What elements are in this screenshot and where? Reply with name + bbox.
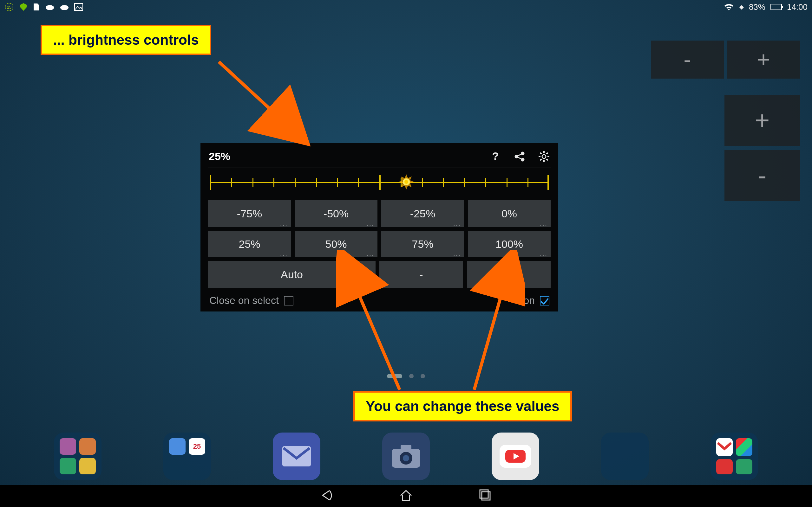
share-icon[interactable] <box>514 151 525 162</box>
dock-camera-icon[interactable] <box>382 433 430 480</box>
page-dot <box>420 374 425 378</box>
svg-line-26 <box>540 159 542 160</box>
svg-point-4 <box>60 5 68 10</box>
icon-checkbox[interactable] <box>540 296 549 305</box>
widget-plus-large-button[interactable]: + <box>724 95 800 146</box>
dock-youtube-icon[interactable] <box>492 433 539 480</box>
annotation-arrow-icon <box>212 59 314 147</box>
dock-mail-icon[interactable] <box>273 433 320 480</box>
sun-thumb-icon[interactable] <box>397 173 415 192</box>
svg-line-23 <box>540 153 542 154</box>
widget-minus-large-button[interactable]: - <box>724 150 800 201</box>
current-brightness-label: 25% <box>209 150 230 163</box>
widget-plus-button[interactable]: + <box>727 41 800 78</box>
annotation-arrow-icon <box>336 250 406 393</box>
brightness-slider[interactable] <box>210 174 549 191</box>
cloud-icon <box>45 3 55 10</box>
widget-minus-button[interactable]: - <box>651 41 724 78</box>
gear-icon[interactable] <box>538 151 550 163</box>
battery-icon <box>770 4 782 10</box>
preset-button[interactable]: 0%... <box>468 200 551 227</box>
dock-folder[interactable] <box>54 433 101 480</box>
preset-button[interactable]: -25%... <box>381 200 464 227</box>
svg-point-15 <box>521 158 524 161</box>
svg-point-3 <box>46 5 54 10</box>
cloud-icon <box>60 3 69 10</box>
svg-line-11 <box>474 257 512 390</box>
svg-marker-2 <box>20 3 27 11</box>
svg-line-9 <box>343 257 400 390</box>
svg-rect-40 <box>480 490 488 498</box>
dock-folder[interactable] <box>601 433 649 480</box>
svg-point-35 <box>403 455 409 461</box>
status-bar: 25 ◆ 83% 14:00 <box>0 0 812 14</box>
shield-icon <box>19 3 28 11</box>
annotation-change-values: You can change these values <box>353 391 572 421</box>
battery-percent-label: 83% <box>749 2 765 12</box>
svg-point-14 <box>515 155 518 158</box>
close-on-select-checkbox[interactable] <box>284 296 293 305</box>
svg-line-17 <box>518 157 521 159</box>
svg-point-30 <box>404 180 408 184</box>
svg-point-13 <box>521 152 524 155</box>
preset-button[interactable]: -75%... <box>208 200 291 227</box>
svg-point-18 <box>542 155 546 158</box>
svg-text:25: 25 <box>7 5 11 9</box>
svg-rect-39 <box>482 492 490 500</box>
dock-folder[interactable]: 25 <box>163 433 211 480</box>
signal-icon: ◆ <box>740 3 744 10</box>
annotation-arrow-icon <box>468 250 525 393</box>
wifi-icon <box>723 3 734 11</box>
svg-line-16 <box>518 154 521 156</box>
sdcard-icon <box>33 3 40 11</box>
svg-line-24 <box>547 159 548 160</box>
preset-button[interactable]: 25%... <box>208 231 291 257</box>
svg-line-7 <box>219 62 301 138</box>
home-icon[interactable] <box>398 487 414 504</box>
back-icon[interactable] <box>319 487 335 504</box>
app-dock: 25 <box>0 428 812 485</box>
page-dot <box>409 374 414 378</box>
svg-line-25 <box>547 153 548 154</box>
image-icon <box>74 3 83 11</box>
annotation-brightness-controls: ... brightness controls <box>41 25 211 55</box>
dock-folder-google[interactable] <box>711 433 758 480</box>
svg-text:?: ? <box>492 151 499 162</box>
help-icon[interactable]: ? <box>490 151 501 162</box>
android-nav-bar <box>0 485 812 507</box>
svg-rect-33 <box>401 445 411 451</box>
clock-label: 14:00 <box>787 2 808 12</box>
preset-button[interactable]: -50%... <box>295 200 377 227</box>
brightness-25-icon: 25 <box>4 2 14 12</box>
close-on-select-label: Close on select <box>209 295 279 306</box>
recent-apps-icon[interactable] <box>477 487 493 504</box>
